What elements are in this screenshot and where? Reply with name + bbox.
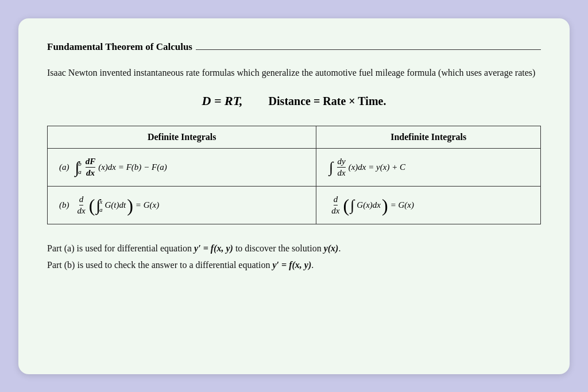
integral-table: Definite Integrals Indefinite Integrals … bbox=[47, 126, 541, 224]
frac-d-dx-b: d dx bbox=[78, 195, 86, 216]
frac-dF-dx: dF dx bbox=[86, 157, 96, 178]
integral-sign-indef-b: ∫ bbox=[350, 198, 354, 213]
row-a-label: (a) bbox=[59, 162, 69, 172]
col-definite-header: Definite Integrals bbox=[48, 126, 316, 149]
formula-indef-b-right: = G(x) bbox=[390, 200, 414, 210]
open-paren-indef-b: ( bbox=[343, 196, 350, 215]
integral-limits-b: x a bbox=[99, 198, 103, 213]
close-paren-indef-b: ) bbox=[382, 196, 388, 215]
formula-indef-b-mid: G(x)dx bbox=[357, 200, 381, 210]
formula-a-right: (x)dx = F(b) − F(a) bbox=[98, 162, 167, 172]
formula-indef-a-right: (x)dx = y(x) + C bbox=[349, 162, 405, 172]
open-paren-b: ( bbox=[89, 196, 95, 215]
footer-line2: Part (b) is used to check the answer to … bbox=[47, 257, 541, 274]
title-underline bbox=[196, 49, 541, 50]
title-line: Fundamental Theorem of Calculus bbox=[47, 41, 541, 53]
table-row-a: (a) ∫ b a dF dx bbox=[48, 149, 541, 187]
footer-line1: Part (a) is used for differential equati… bbox=[47, 240, 541, 257]
cell-definite-b: (b) d dx ( ∫ x a bbox=[48, 187, 316, 224]
frac-dy-dx: dy dx bbox=[337, 157, 345, 178]
formula-b-mid: G(t)dt bbox=[105, 200, 126, 210]
footer-eq2: y′ = f(x, y) bbox=[272, 260, 311, 270]
col-indefinite-header: Indefinite Integrals bbox=[316, 126, 541, 149]
frac-d-dx-indef-b: d dx bbox=[331, 195, 339, 216]
cell-indefinite-b: d dx ( ∫ G(x)dx ) = G(x) bbox=[316, 187, 541, 224]
table-row-b: (b) d dx ( ∫ x a bbox=[48, 187, 541, 224]
page-title: Fundamental Theorem of Calculus bbox=[47, 41, 192, 53]
main-card: Fundamental Theorem of Calculus Isaac Ne… bbox=[18, 18, 570, 374]
center-formula: D = RT, Distance = Rate × Time. bbox=[47, 94, 541, 108]
footer-sol1: y(x) bbox=[324, 243, 339, 253]
formula-b-right: = G(x) bbox=[136, 200, 159, 210]
formula-drt: D = RT, bbox=[202, 94, 243, 108]
cell-definite-a: (a) ∫ b a dF dx bbox=[48, 149, 316, 187]
intro-paragraph: Isaac Newton invented instantaneous rate… bbox=[47, 65, 541, 80]
row-b-label: (b) bbox=[59, 200, 69, 210]
formula-label: Distance = Rate × Time. bbox=[269, 95, 386, 107]
footer-eq1: y′ = f(x, y) bbox=[194, 243, 233, 253]
integral-limits-a: b a bbox=[78, 160, 82, 175]
integral-sign-indef-a: ∫ bbox=[329, 160, 333, 175]
cell-indefinite-a: ∫ dy dx (x)dx = y(x) + C bbox=[316, 149, 541, 187]
footer-section: Part (a) is used for differential equati… bbox=[47, 240, 541, 274]
close-paren-b: ) bbox=[127, 196, 133, 215]
